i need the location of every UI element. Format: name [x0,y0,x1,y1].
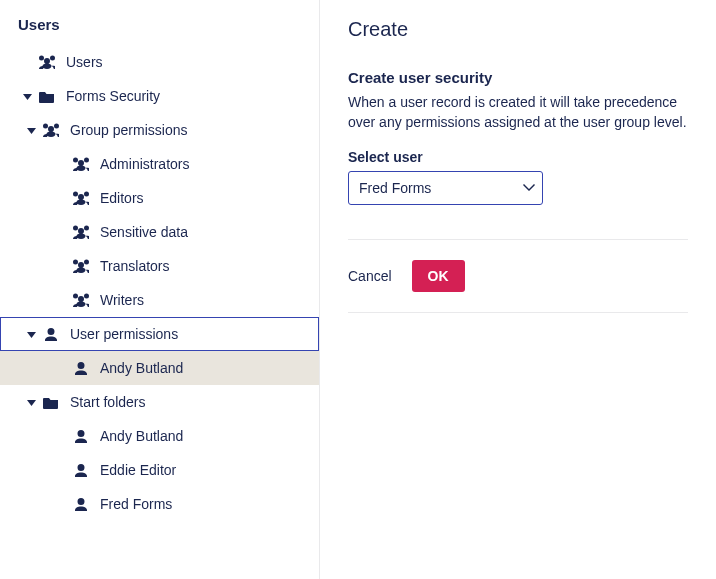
tree-item-label: Andy Butland [100,360,183,376]
action-bar: Cancel OK [348,239,688,313]
main-panel: Create Create user security When a user … [320,0,716,579]
tree-item-label: Start folders [70,394,145,410]
tree-item[interactable]: Eddie Editor [0,453,319,487]
section-description: When a user record is created it will ta… [348,92,688,133]
user-icon [70,463,92,477]
tree-item[interactable]: Forms Security [0,79,319,113]
tree-item[interactable]: Fred Forms [0,487,319,521]
folder-icon [40,395,62,409]
select-user-label: Select user [348,149,688,165]
users-icon [70,259,92,273]
section-title: Create user security [348,69,688,86]
tree-item[interactable]: Editors [0,181,319,215]
tree-item-label: Eddie Editor [100,462,176,478]
tree-item-label: Forms Security [66,88,160,104]
caret-down-icon[interactable] [18,92,36,101]
tree-item-label: Writers [100,292,144,308]
tree-item-label: Users [66,54,103,70]
users-icon [70,293,92,307]
caret-down-icon[interactable] [22,330,40,339]
tree-item[interactable]: Administrators [0,147,319,181]
tree-item[interactable]: Translators [0,249,319,283]
tree-item-label: Editors [100,190,144,206]
users-icon [70,157,92,171]
sidebar-title: Users [0,0,319,45]
user-icon [70,429,92,443]
tree-item-label: Sensitive data [100,224,188,240]
select-user-wrap: Fred Forms [348,171,543,205]
users-icon [40,123,62,137]
ok-button[interactable]: OK [412,260,465,292]
tree-item[interactable]: Start folders [0,385,319,419]
cancel-button[interactable]: Cancel [348,268,392,284]
tree-item[interactable]: User permissions [0,317,319,351]
tree-item-label: Administrators [100,156,189,172]
tree-item[interactable]: Users [0,45,319,79]
tree-item-label: Translators [100,258,170,274]
tree-item[interactable]: Group permissions [0,113,319,147]
tree-item-label: Andy Butland [100,428,183,444]
caret-down-icon[interactable] [22,398,40,407]
tree-item[interactable]: Sensitive data [0,215,319,249]
tree-item[interactable]: Andy Butland [0,351,319,385]
user-icon [70,361,92,375]
user-icon [70,497,92,511]
tree-item[interactable]: Writers [0,283,319,317]
tree-item[interactable]: Andy Butland [0,419,319,453]
caret-down-icon[interactable] [22,126,40,135]
users-icon [70,225,92,239]
users-icon [36,55,58,69]
tree-item-label: User permissions [70,326,178,342]
users-icon [70,191,92,205]
user-icon [40,327,62,341]
page-heading: Create [348,18,688,41]
sidebar: Users UsersForms SecurityGroup permissio… [0,0,320,579]
tree: UsersForms SecurityGroup permissionsAdmi… [0,45,319,521]
select-user-dropdown[interactable]: Fred Forms [348,171,543,205]
tree-item-label: Fred Forms [100,496,172,512]
tree-item-label: Group permissions [70,122,188,138]
folder-icon [36,89,58,103]
